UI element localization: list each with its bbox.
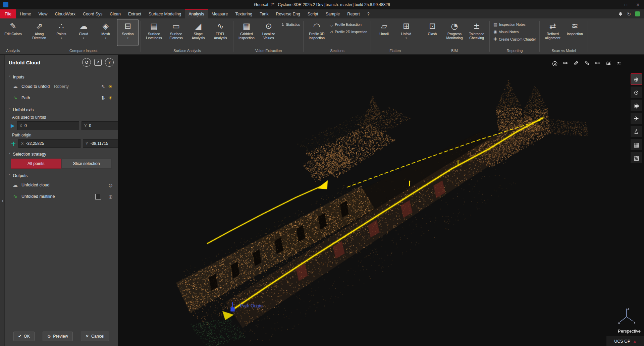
preview-button[interactable]: ⊙Preview bbox=[43, 332, 73, 341]
gizmo-y-label: Y bbox=[634, 321, 636, 324]
menu-tab-reverse-eng[interactable]: Reverse Eng bbox=[272, 9, 304, 18]
ucs-selector[interactable]: UCS GP ▲ bbox=[606, 336, 644, 346]
ribbon-button-clash[interactable]: ⊡Clash bbox=[422, 19, 443, 46]
ribbon-button-mesh[interactable]: ◈Mesh▾ bbox=[95, 19, 116, 46]
preview-icon: ⊙ bbox=[47, 334, 51, 339]
output-row-label: Unfolded multiline bbox=[21, 194, 55, 199]
ribbon-small-column: ◡Profile Extraction⊿Profile 2D Inspectio… bbox=[328, 19, 369, 35]
slice-selection-button[interactable]: Slice selection bbox=[61, 159, 112, 169]
ribbon-button-unroll[interactable]: ▱Unroll bbox=[373, 19, 395, 46]
menu-tab-surface-modeling[interactable]: Surface Modeling bbox=[145, 9, 185, 18]
maximize-icon[interactable]: □ bbox=[620, 0, 632, 9]
path-origin-y-input[interactable] bbox=[91, 141, 118, 146]
measure-pen4-icon[interactable]: ✑ bbox=[595, 59, 600, 67]
viewport-3d-canvas[interactable] bbox=[118, 55, 644, 346]
menu-tab-analysis[interactable]: Analysis bbox=[185, 9, 208, 18]
ribbon-button-label: Statistics bbox=[286, 22, 300, 26]
ok-button[interactable]: ✔OK bbox=[13, 332, 35, 341]
all-points-button[interactable]: All points bbox=[11, 159, 61, 169]
unfold-view-icon[interactable]: ▧ bbox=[631, 152, 642, 163]
menu-tab-home[interactable]: Home bbox=[16, 9, 35, 18]
ribbon-button-points[interactable]: ∴Points▾ bbox=[51, 19, 72, 46]
menu-tab-texturing[interactable]: Texturing bbox=[231, 9, 256, 18]
section-header-inputs[interactable]: ˅Inputs bbox=[9, 75, 114, 79]
orbit-view-icon[interactable]: ⊕ bbox=[631, 73, 642, 85]
unfold-axis-x-input[interactable] bbox=[24, 123, 76, 128]
compare-mesh-icon[interactable]: ≈ bbox=[616, 59, 622, 67]
pin-icon[interactable]: ◎ bbox=[109, 183, 112, 188]
menu-tab-report[interactable]: Report bbox=[343, 9, 364, 18]
ribbon-button-label: Refined alignment bbox=[542, 32, 563, 40]
ribbon-button-ff-fl-analysis[interactable]: ∿FF/FL Analysis bbox=[210, 19, 231, 46]
menu-tab-sample[interactable]: Sample bbox=[322, 9, 343, 18]
ribbon-button-cloud[interactable]: ☁Cloud▾ bbox=[73, 19, 94, 46]
ribbon-button-progress-monitoring[interactable]: ◔Progress Monitoring bbox=[444, 19, 465, 46]
reset-icon[interactable]: ↺ bbox=[82, 58, 91, 67]
ribbon-button-section[interactable]: ⊟Section▾ bbox=[117, 19, 139, 46]
menu-tab-clean[interactable]: Clean bbox=[106, 9, 124, 18]
sync-icon[interactable]: ↻ bbox=[627, 11, 631, 17]
section-header-outputs[interactable]: ˅Outputs bbox=[9, 173, 114, 178]
ribbon-button-surface-flatness[interactable]: ▭Surface Flatness bbox=[165, 19, 187, 46]
menu-tab-measure[interactable]: Measure bbox=[208, 9, 232, 18]
menu-tab-script[interactable]: Script bbox=[304, 9, 322, 18]
zoom-target-icon[interactable]: ⊙ bbox=[631, 86, 642, 98]
compare-cloud-icon[interactable]: ≋ bbox=[606, 59, 611, 67]
target-circle-icon[interactable]: ◎ bbox=[552, 59, 558, 67]
bulb-icon[interactable]: ☀ bbox=[108, 95, 112, 101]
pick-icon[interactable]: ↖ bbox=[101, 84, 105, 89]
cancel-button[interactable]: ✕Cancel bbox=[81, 332, 109, 341]
walk-mode-icon[interactable]: ♙ bbox=[631, 126, 642, 137]
ribbon-button-edit-colors[interactable]: ✎Edit Colors bbox=[2, 19, 24, 46]
section-header-selection-strategy[interactable]: ˅Selection strategy bbox=[9, 152, 114, 157]
camera-position-icon[interactable]: ◉ bbox=[631, 100, 642, 111]
ribbon-button-visual-notes[interactable]: ◉Visual Notes bbox=[492, 29, 537, 35]
ribbon-button-create-custom-chapter[interactable]: ✚Create Custom Chapter bbox=[492, 36, 537, 42]
path-origin-x-input[interactable] bbox=[26, 141, 78, 146]
panel-body: ˅Inputs☁Cloud to unfoldRoberty↖☀∿Path⇅☀˅… bbox=[5, 70, 118, 328]
measure-pen1-icon[interactable]: ✏ bbox=[563, 59, 568, 67]
ribbon-button-localize-values[interactable]: ⊙Localize Values bbox=[258, 19, 279, 46]
ribbon-button-inspection[interactable]: ≋Inspection bbox=[564, 19, 586, 46]
ribbon-button-gridded-inspection[interactable]: ▦Gridded Inspection bbox=[236, 19, 257, 46]
ribbon-button-inspection-notes[interactable]: ▤Inspection Notes bbox=[492, 21, 537, 27]
swap-icon[interactable]: ⇅ bbox=[101, 95, 105, 101]
output-row-unfolded-cloud: ☁Unfolded cloud◎ bbox=[9, 179, 114, 191]
ribbon-button-along-direction[interactable]: ⇗Along Direction bbox=[29, 19, 50, 46]
ribbon-button-profile-3d-inspection[interactable]: ◠Profile 3D Inspection bbox=[306, 19, 327, 46]
ribbon-button-profile-extraction[interactable]: ◡Profile Extraction bbox=[328, 21, 369, 27]
unfolded-multiline-checkbox[interactable] bbox=[95, 194, 101, 199]
open-report-icon[interactable]: ↗ bbox=[94, 59, 102, 66]
minimize-icon[interactable]: – bbox=[608, 0, 620, 9]
menu-tab-coord-sys[interactable]: Coord Sys bbox=[79, 9, 106, 18]
close-icon[interactable]: ✕ bbox=[632, 0, 644, 9]
ribbon-button-refined-alignment[interactable]: ⇄Refined alignment bbox=[542, 19, 564, 46]
input-row-label: Cloud to unfold bbox=[21, 84, 50, 89]
edit-colors-icon: ✎ bbox=[10, 21, 16, 31]
menu-tab-view[interactable]: View bbox=[35, 9, 51, 18]
ribbon-button-surface-levelness[interactable]: ▤Surface Levelness bbox=[143, 19, 165, 46]
section-header-unfold-axis[interactable]: ˅Unfold axis bbox=[9, 108, 114, 112]
pin-icon[interactable]: ◎ bbox=[109, 194, 112, 199]
menu-tab-file[interactable]: File bbox=[0, 9, 16, 18]
cube-view-icon[interactable]: ▦ bbox=[631, 139, 642, 150]
ribbon-button-profile-2d-inspection[interactable]: ⊿Profile 2D Inspection bbox=[328, 29, 369, 35]
bulb-icon[interactable]: ☀ bbox=[108, 84, 112, 89]
bell-icon[interactable] bbox=[618, 12, 623, 16]
menu-tab-cloudworx[interactable]: CloudWorx bbox=[51, 9, 79, 18]
fly-mode-icon[interactable]: ✈ bbox=[631, 113, 642, 124]
inspection-icon: ≋ bbox=[572, 21, 578, 31]
ribbon-button-tolerance-checking[interactable]: ±Tolerance Checking bbox=[466, 19, 487, 46]
measure-pen2-icon[interactable]: ✐ bbox=[574, 59, 579, 67]
ribbon-button-slope-analysis[interactable]: ◢Slope Analysis bbox=[187, 19, 209, 46]
ribbon-button-statistics[interactable]: ΣStatistics bbox=[280, 21, 301, 27]
menu-tab-help[interactable]: ? bbox=[364, 9, 373, 18]
panel-collapse-arrow-icon[interactable]: ◂ bbox=[1, 199, 3, 203]
help-icon[interactable]: ? bbox=[105, 58, 114, 67]
unfold-axis-y-input[interactable] bbox=[89, 123, 118, 128]
ribbon-button-unfold[interactable]: ⊞Unfold▾ bbox=[395, 19, 417, 46]
menu-tab-extract[interactable]: Extract bbox=[124, 9, 145, 18]
menu-tab-tank[interactable]: Tank bbox=[256, 9, 272, 18]
measure-pen3-icon[interactable]: ✎ bbox=[584, 59, 590, 67]
account-badge-icon[interactable] bbox=[635, 11, 640, 16]
